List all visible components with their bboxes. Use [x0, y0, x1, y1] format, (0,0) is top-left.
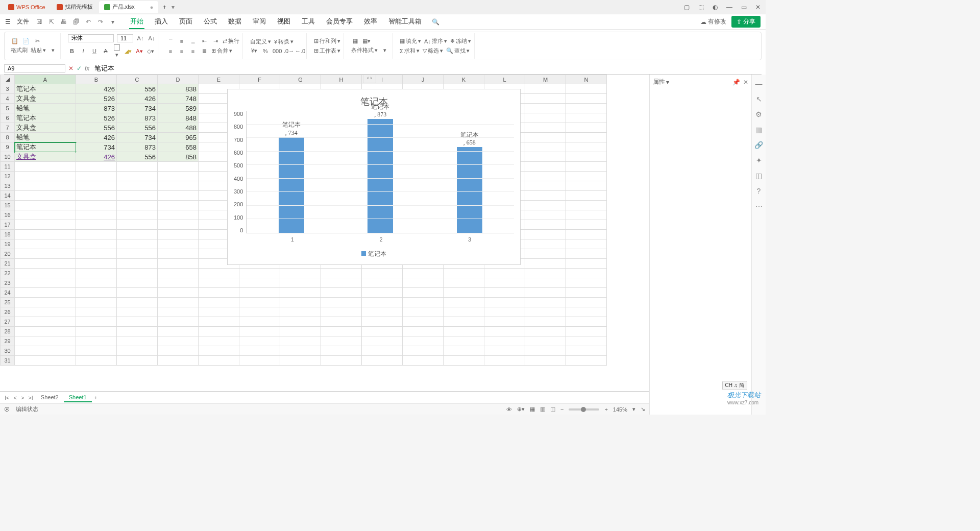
find-button[interactable]: 🔍查找▾: [446, 47, 470, 55]
cell-B13[interactable]: [76, 181, 117, 191]
strike-button[interactable]: A: [102, 48, 110, 54]
file-menu[interactable]: 文件: [14, 17, 32, 26]
changes-badge[interactable]: ☁ 有修改: [700, 17, 726, 26]
cell-C27[interactable]: [117, 317, 158, 327]
clipboard-dropdown-icon[interactable]: ▾: [49, 47, 57, 54]
cell-B15[interactable]: [76, 201, 117, 210]
cell-K24[interactable]: [444, 288, 484, 298]
share-button[interactable]: ⇧ 分享: [731, 16, 761, 28]
cell-M15[interactable]: [525, 201, 566, 210]
view-target-icon[interactable]: ⊕▾: [517, 406, 525, 413]
ribbon-tab-视图[interactable]: 视图: [276, 15, 291, 29]
cell-B29[interactable]: [76, 336, 117, 346]
col-header-C[interactable]: C: [117, 75, 158, 84]
font-name-select[interactable]: [68, 34, 114, 42]
cell-J26[interactable]: [403, 307, 444, 317]
cell-C10[interactable]: 556: [117, 152, 158, 162]
cell-B22[interactable]: [76, 269, 117, 278]
view-page-icon[interactable]: ▥: [540, 406, 545, 413]
cell-A26[interactable]: [15, 307, 76, 317]
sheet-prev-button[interactable]: <: [12, 395, 18, 401]
cell-M8[interactable]: [525, 133, 566, 142]
cell-C20[interactable]: [117, 249, 158, 259]
paste-button[interactable]: 粘贴▾: [31, 46, 46, 54]
cell-B6[interactable]: 526: [76, 113, 117, 123]
row-header-30[interactable]: 30: [1, 346, 15, 356]
cube-icon[interactable]: ⬚: [696, 4, 705, 11]
cell-C3[interactable]: 556: [117, 84, 158, 94]
col-header-B[interactable]: B: [76, 75, 117, 84]
zoom-dropdown-icon[interactable]: ▾: [632, 406, 635, 413]
app-tab-wps[interactable]: WPS Office: [3, 1, 51, 13]
row-header-28[interactable]: 28: [1, 327, 15, 336]
row-header-7[interactable]: 7: [1, 123, 15, 133]
row-header-9[interactable]: 9: [1, 142, 15, 152]
ime-badge[interactable]: CH ♫ 简: [722, 381, 748, 390]
col-header-N[interactable]: N: [566, 75, 607, 84]
cell-D29[interactable]: [158, 336, 199, 346]
cell-L29[interactable]: [484, 336, 525, 346]
search-icon[interactable]: 🔍: [432, 18, 440, 26]
merge-button[interactable]: ⊞合并▾: [211, 47, 232, 55]
cell-H28[interactable]: [321, 327, 362, 336]
paste-large-icon[interactable]: 📋: [11, 38, 19, 44]
chevron-down-icon[interactable]: ▾: [109, 18, 117, 26]
cell-A6[interactable]: 笔记本: [15, 113, 76, 123]
add-sheet-button[interactable]: +: [93, 395, 99, 401]
cell-A22[interactable]: [15, 269, 76, 278]
indent-inc-icon[interactable]: ⇥: [211, 38, 219, 44]
align-bottom-icon[interactable]: ⎽: [189, 38, 197, 44]
cell-M16[interactable]: [525, 210, 566, 220]
pin-icon[interactable]: 📌: [732, 79, 740, 86]
tab-templates[interactable]: 找稻壳模板: [52, 1, 98, 13]
cell-N31[interactable]: [566, 356, 607, 366]
cell-C30[interactable]: [117, 346, 158, 356]
cell-D9[interactable]: 658: [158, 142, 199, 152]
cell-B19[interactable]: [76, 239, 117, 249]
cell-N7[interactable]: [566, 123, 607, 133]
cell-N28[interactable]: [566, 327, 607, 336]
cell-J22[interactable]: [403, 269, 444, 278]
col-header-F[interactable]: F: [239, 75, 280, 84]
bold-button[interactable]: B: [68, 48, 76, 54]
cell-B7[interactable]: 556: [76, 123, 117, 133]
collapse-rail-icon[interactable]: —: [755, 80, 763, 88]
cell-I25[interactable]: [362, 298, 403, 307]
grid-viewport[interactable]: ‹ › ◢ABCDEFGHIJKLMN3笔记本4265568384文具盒5264…: [0, 75, 649, 391]
cell-C14[interactable]: [117, 191, 158, 201]
cell-J28[interactable]: [403, 327, 444, 336]
layers-icon[interactable]: ▥: [755, 126, 762, 134]
cell-D23[interactable]: [158, 278, 199, 288]
cell-D17[interactable]: [158, 220, 199, 230]
cell-M31[interactable]: [525, 356, 566, 366]
cell-G27[interactable]: [280, 317, 321, 327]
help-icon[interactable]: ?: [757, 187, 761, 195]
preview-icon[interactable]: 🗐: [72, 18, 80, 26]
cell-B14[interactable]: [76, 191, 117, 201]
cell-D26[interactable]: [158, 307, 199, 317]
ribbon-tab-效率[interactable]: 效率: [363, 15, 378, 29]
ribbon-tab-开始[interactable]: 开始: [129, 15, 144, 29]
row-header-26[interactable]: 26: [1, 307, 15, 317]
cell-M25[interactable]: [525, 298, 566, 307]
sum-button[interactable]: Σ求和▾: [400, 47, 420, 55]
row-header-24[interactable]: 24: [1, 288, 15, 298]
cell-I24[interactable]: [362, 288, 403, 298]
currency-icon[interactable]: ¥▾: [250, 47, 258, 54]
row-header-22[interactable]: 22: [1, 269, 15, 278]
cell-B23[interactable]: [76, 278, 117, 288]
cell-C31[interactable]: [117, 356, 158, 366]
cell-N19[interactable]: [566, 239, 607, 249]
cell-J30[interactable]: [403, 346, 444, 356]
cell-M10[interactable]: [525, 152, 566, 162]
col-header-E[interactable]: E: [199, 75, 239, 84]
sheet-tab-Sheet2[interactable]: Sheet2: [36, 393, 64, 402]
cell-H22[interactable]: [321, 269, 362, 278]
percent-icon[interactable]: %: [261, 48, 270, 54]
ribbon-tab-智能工具箱[interactable]: 智能工具箱: [387, 15, 423, 29]
cell-M19[interactable]: [525, 239, 566, 249]
view-eye-icon[interactable]: 👁: [506, 406, 512, 413]
cell-E25[interactable]: [199, 298, 239, 307]
cell-A10[interactable]: 文具盒: [15, 152, 76, 162]
cell-N23[interactable]: [566, 278, 607, 288]
